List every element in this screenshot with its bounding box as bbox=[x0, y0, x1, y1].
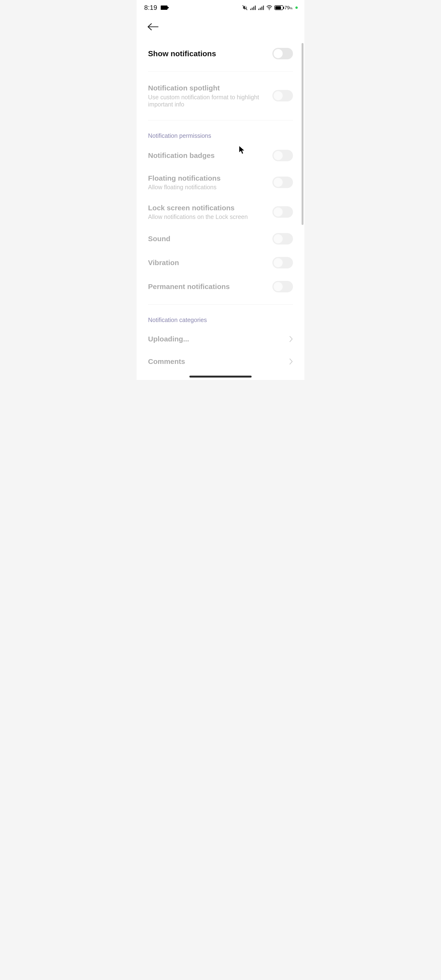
privacy-indicator-dot bbox=[295, 6, 298, 9]
vibration-toggle[interactable] bbox=[273, 257, 293, 269]
svg-rect-3 bbox=[253, 7, 254, 10]
permanent-notifications-toggle[interactable] bbox=[273, 281, 293, 293]
lock-screen-notifications-toggle[interactable] bbox=[273, 206, 293, 218]
settings-list: Show notifications Notification spotligh… bbox=[136, 41, 305, 373]
notification-badges-row[interactable]: Notification badges bbox=[148, 143, 293, 167]
svg-rect-8 bbox=[263, 5, 264, 10]
divider bbox=[148, 304, 293, 305]
signal-2-icon bbox=[258, 5, 264, 10]
notification-spotlight-toggle[interactable] bbox=[273, 90, 293, 102]
comments-row[interactable]: Comments bbox=[148, 350, 293, 373]
lock-screen-notifications-row[interactable]: Lock screen notifications Allow notifica… bbox=[148, 197, 293, 227]
notification-badges-toggle[interactable] bbox=[273, 150, 293, 161]
permanent-notifications-row[interactable]: Permanent notifications bbox=[148, 275, 293, 299]
permanent-notifications-title: Permanent notifications bbox=[148, 282, 268, 291]
status-bar-left: 8:19 bbox=[144, 4, 167, 11]
floating-notifications-sub: Allow floating notifications bbox=[148, 183, 268, 191]
floating-notifications-title: Floating notifications bbox=[148, 174, 268, 183]
section-permissions-label: Notification permissions bbox=[148, 126, 293, 143]
floating-notifications-toggle[interactable] bbox=[273, 177, 293, 188]
svg-point-9 bbox=[269, 10, 270, 10]
sound-toggle[interactable] bbox=[273, 233, 293, 245]
app-bar bbox=[136, 15, 305, 41]
back-button[interactable] bbox=[147, 22, 160, 31]
battery-percent: 79% bbox=[284, 5, 292, 11]
svg-rect-2 bbox=[252, 8, 253, 10]
gesture-bar[interactable] bbox=[189, 375, 252, 377]
notification-badges-title: Notification badges bbox=[148, 151, 268, 160]
mute-icon bbox=[242, 5, 248, 11]
svg-rect-1 bbox=[250, 9, 251, 10]
sound-title: Sound bbox=[148, 234, 268, 243]
comments-title: Comments bbox=[148, 358, 185, 366]
signal-1-icon bbox=[250, 5, 256, 10]
notification-spotlight-sub: Use custom notification format to highli… bbox=[148, 94, 268, 108]
status-bar: 8:19 bbox=[136, 0, 305, 15]
floating-notifications-row[interactable]: Floating notifications Allow floating no… bbox=[148, 167, 293, 197]
show-notifications-toggle[interactable] bbox=[273, 48, 293, 59]
notification-spotlight-row[interactable]: Notification spotlight Use custom notifi… bbox=[148, 77, 293, 115]
sound-row[interactable]: Sound bbox=[148, 227, 293, 251]
chevron-right-icon bbox=[289, 336, 293, 342]
uploading-row[interactable]: Uploading... bbox=[148, 328, 293, 350]
video-recording-icon bbox=[161, 5, 167, 10]
divider bbox=[148, 71, 293, 72]
lock-screen-notifications-title: Lock screen notifications bbox=[148, 204, 268, 212]
vibration-title: Vibration bbox=[148, 258, 268, 267]
chevron-right-icon bbox=[289, 358, 293, 365]
status-time: 8:19 bbox=[144, 4, 157, 11]
battery-icon bbox=[274, 5, 283, 10]
svg-rect-6 bbox=[260, 8, 261, 10]
show-notifications-row[interactable]: Show notifications bbox=[148, 41, 293, 65]
svg-rect-4 bbox=[255, 5, 256, 10]
vibration-row[interactable]: Vibration bbox=[148, 251, 293, 275]
notification-spotlight-title: Notification spotlight bbox=[148, 83, 268, 92]
wifi-icon bbox=[266, 5, 273, 10]
battery-indicator: 79% bbox=[274, 5, 292, 11]
show-notifications-title: Show notifications bbox=[148, 49, 268, 58]
section-categories-label: Notification categories bbox=[148, 310, 293, 328]
svg-rect-7 bbox=[262, 7, 262, 10]
scroll-indicator[interactable] bbox=[301, 43, 303, 225]
lock-screen-notifications-sub: Allow notifications on the Lock screen bbox=[148, 213, 268, 221]
svg-rect-5 bbox=[258, 9, 259, 10]
uploading-title: Uploading... bbox=[148, 335, 189, 343]
phone-screen: 8:19 bbox=[136, 0, 305, 380]
status-bar-right: 79% bbox=[242, 5, 298, 11]
